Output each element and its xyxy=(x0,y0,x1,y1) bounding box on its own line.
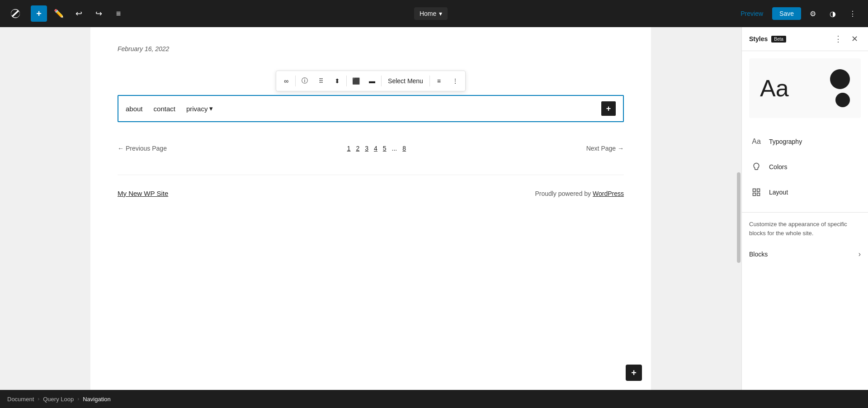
top-toolbar: + ✏️ ↩ ↪ ≡ Home ▾ Preview Save ⚙ ◑ ⋮ xyxy=(0,0,868,27)
svg-rect-1 xyxy=(757,189,760,192)
navigation-block[interactable]: about contact privacy ▾ + xyxy=(118,95,624,122)
breadcrumb-bar: Document › Query Loop › Navigation xyxy=(0,390,868,408)
block-toolbar-wrapper: ∞ ⓘ ⠿ ⬍ ⬛ ▬ Select Menu ≡ ⋮ xyxy=(118,71,624,91)
colors-icon xyxy=(749,160,764,174)
block-align-button[interactable]: ≡ xyxy=(431,73,447,89)
block-justify-center-button[interactable]: ▬ xyxy=(364,73,380,89)
canvas-scroll[interactable]: February 16, 2022 ∞ ⓘ ⠿ ⬍ ⬛ ▬ Select Men… xyxy=(0,27,741,390)
footer-powered-text: Proudly powered by xyxy=(535,190,593,197)
scrollbar-thumb[interactable] xyxy=(737,172,741,263)
svg-rect-2 xyxy=(757,193,760,196)
post-date: February 16, 2022 xyxy=(118,45,624,52)
breadcrumb-navigation[interactable]: Navigation xyxy=(83,396,110,403)
add-block-toolbar-button[interactable]: + xyxy=(31,5,47,22)
wp-logo[interactable] xyxy=(7,5,24,22)
site-footer: My New WP Site Proudly powered by WordPr… xyxy=(118,175,624,212)
list-view-button[interactable]: ≡ xyxy=(110,5,127,22)
pagination-wrapper: ← Previous Page 1 2 3 4 5 ... 8 Next Pag… xyxy=(118,140,624,157)
block-move-up-down-button[interactable]: ⬍ xyxy=(329,73,345,89)
toolbar-right: Preview Save ⚙ ◑ ⋮ xyxy=(735,5,861,22)
breadcrumb-sep-2: › xyxy=(77,396,79,402)
add-block-canvas-button[interactable]: + xyxy=(626,365,642,381)
style-circles xyxy=(830,69,850,107)
block-drag-button[interactable]: ⠿ xyxy=(313,73,329,89)
footer-powered: Proudly powered by WordPress xyxy=(535,190,624,197)
footer-site-name[interactable]: My New WP Site xyxy=(118,190,168,197)
block-toolbar: ∞ ⓘ ⠿ ⬍ ⬛ ▬ Select Menu ≡ ⋮ xyxy=(276,71,466,91)
svg-rect-0 xyxy=(753,189,756,192)
page-num-1[interactable]: 1 xyxy=(345,144,353,153)
save-button[interactable]: Save xyxy=(772,7,801,20)
page-num-5[interactable]: 5 xyxy=(381,144,388,153)
pagination-numbers: 1 2 3 4 5 ... 8 xyxy=(345,144,408,153)
styles-panel: Styles Beta ⋮ ✕ Aa Aa Typography xyxy=(741,27,868,390)
toolbar-divider-3 xyxy=(381,76,382,86)
page-num-8[interactable]: 8 xyxy=(401,144,408,153)
blocks-label: Blocks xyxy=(749,251,768,258)
svg-rect-3 xyxy=(753,193,756,196)
breadcrumb-document[interactable]: Document xyxy=(7,396,34,403)
main-layout: February 16, 2022 ∞ ⓘ ⠿ ⬍ ⬛ ▬ Select Men… xyxy=(0,27,868,390)
pagination-prev[interactable]: ← Previous Page xyxy=(118,145,167,152)
styles-description: Customize the appearance of specific blo… xyxy=(742,212,868,245)
page-num-2[interactable]: 2 xyxy=(354,144,361,153)
style-circle-large xyxy=(830,69,850,89)
typography-label: Typography xyxy=(769,138,861,145)
redo-button[interactable]: ↪ xyxy=(90,5,107,22)
blocks-arrow-icon: › xyxy=(859,250,861,258)
beta-badge: Beta xyxy=(771,36,786,43)
style-options: Aa Typography Colors Layout xyxy=(742,125,868,209)
footer-wordpress-link[interactable]: WordPress xyxy=(593,190,624,197)
styles-panel-close-button[interactable]: ✕ xyxy=(848,33,861,45)
toolbar-divider-4 xyxy=(429,76,430,86)
chevron-down-icon: ▾ xyxy=(439,10,442,17)
undo-button[interactable]: ↩ xyxy=(71,5,87,22)
privacy-dropdown-icon: ▾ xyxy=(209,104,213,113)
layout-icon xyxy=(749,185,764,199)
typography-icon: Aa xyxy=(749,134,764,149)
edit-mode-button[interactable]: ✏️ xyxy=(51,5,67,22)
scrollbar-track[interactable] xyxy=(736,27,741,390)
pagination-next[interactable]: Next Page → xyxy=(586,145,624,152)
breadcrumb-sep-1: › xyxy=(38,396,39,402)
toolbar-center: Home ▾ xyxy=(130,7,731,20)
page-selector[interactable]: Home ▾ xyxy=(414,7,448,20)
canvas-content: February 16, 2022 ∞ ⓘ ⠿ ⬍ ⬛ ▬ Select Men… xyxy=(90,27,651,390)
breadcrumb-query-loop[interactable]: Query Loop xyxy=(43,396,74,403)
settings-button[interactable]: ⚙ xyxy=(805,5,821,22)
layout-label: Layout xyxy=(769,189,861,196)
style-preview: Aa xyxy=(749,58,861,118)
style-circle-small xyxy=(835,93,850,107)
block-info-button[interactable]: ⓘ xyxy=(297,73,313,89)
nav-item-privacy[interactable]: privacy ▾ xyxy=(186,104,213,113)
nav-item-about[interactable]: about xyxy=(126,105,143,113)
blocks-row[interactable]: Blocks › xyxy=(742,245,868,264)
layout-option[interactable]: Layout xyxy=(742,180,868,205)
nav-items: about contact privacy ▾ xyxy=(126,104,601,113)
colors-label: Colors xyxy=(769,163,861,171)
styles-header-right: ⋮ ✕ xyxy=(832,33,861,45)
styles-panel-title: Styles xyxy=(749,35,768,43)
toolbar-divider-2 xyxy=(346,76,347,86)
theme-toggle-button[interactable]: ◑ xyxy=(825,5,841,22)
page-num-ellipsis: ... xyxy=(390,144,399,153)
styles-panel-header: Styles Beta ⋮ ✕ xyxy=(742,27,868,51)
page-num-3[interactable]: 3 xyxy=(363,144,370,153)
page-title: Home xyxy=(420,10,436,17)
more-options-button[interactable]: ⋮ xyxy=(844,5,861,22)
block-justify-left-button[interactable]: ⬛ xyxy=(348,73,364,89)
toolbar-divider-1 xyxy=(295,76,296,86)
block-more-button[interactable]: ⋮ xyxy=(447,73,463,89)
nav-add-item-button[interactable]: + xyxy=(601,101,616,116)
typography-option[interactable]: Aa Typography xyxy=(742,129,868,154)
preview-button[interactable]: Preview xyxy=(735,7,769,20)
canvas-area: February 16, 2022 ∞ ⓘ ⠿ ⬍ ⬛ ▬ Select Men… xyxy=(0,27,741,390)
page-num-4[interactable]: 4 xyxy=(372,144,379,153)
select-menu-button[interactable]: Select Menu xyxy=(382,73,429,89)
colors-option[interactable]: Colors xyxy=(742,154,868,180)
block-link-button[interactable]: ∞ xyxy=(278,73,294,89)
nav-item-contact[interactable]: contact xyxy=(154,105,175,113)
style-preview-text: Aa xyxy=(760,76,789,100)
styles-panel-menu-button[interactable]: ⋮ xyxy=(832,33,844,45)
